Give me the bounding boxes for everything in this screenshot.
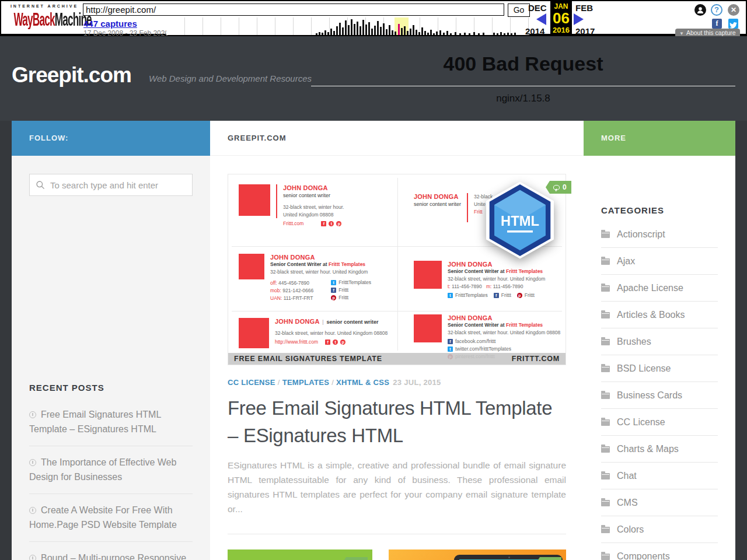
clock-icon [29, 411, 36, 418]
image-divider [232, 311, 562, 312]
pinterest-icon: p [336, 221, 341, 226]
category-item[interactable]: Ajax [601, 248, 718, 275]
category-item[interactable]: Components [601, 543, 718, 560]
internet-archive-label: INTERNET ARCHIVE [7, 4, 82, 8]
profile-icon[interactable] [694, 4, 706, 16]
signature-card: JOHN DONGA Senior Content Writer at Frit… [239, 254, 371, 302]
folder-icon [601, 285, 610, 292]
chevron-down-icon: ▼ [679, 31, 684, 36]
next-month-label[interactable]: FEB [575, 3, 599, 13]
facebook-icon: f [448, 339, 453, 344]
category-link[interactable]: XHTML & CSS [336, 378, 389, 387]
close-toolbar-icon[interactable]: ✕ [728, 4, 739, 16]
recent-posts-heading: RECENT POSTS [29, 383, 193, 393]
comment-count-badge[interactable]: 0 [540, 557, 561, 560]
category-item[interactable]: CC License [601, 409, 718, 436]
category-item[interactable]: Chat [601, 463, 718, 489]
recent-post-link[interactable]: Free Email Signatures HTML Template – ES… [29, 398, 193, 446]
search-input[interactable] [50, 180, 186, 190]
category-item[interactable]: Brushes [601, 328, 718, 355]
next-capture-arrow[interactable] [574, 13, 584, 25]
folder-icon [601, 554, 610, 560]
capture-timeline[interactable] [166, 18, 529, 35]
more-menu[interactable]: MORE [584, 121, 735, 156]
current-capture-box: JAN 06 2016 [550, 1, 572, 35]
post-thumbnail[interactable]: HOME.PAGE FREE PSD TEMPLATE 0 [389, 550, 566, 560]
current-day: 06 [550, 10, 572, 26]
error-server: nginx/1.15.8 [311, 93, 735, 104]
folder-icon [601, 339, 610, 345]
more-posts-row: 0 HOME.PAGE FREE PSD TEMPLATE 0 [228, 550, 566, 560]
image-caption: FREE EMAIL SIGNATURES TEMPLATE FRITTT.CO… [228, 353, 566, 365]
clock-icon [29, 555, 36, 560]
error-block: 400 Bad Request nginx/1.15.8 [311, 36, 735, 121]
category-item[interactable]: Business Cards [601, 382, 718, 409]
category-item[interactable]: Colors [601, 516, 718, 543]
post-title[interactable]: Free Email Signatures HTML Template – ES… [228, 394, 566, 449]
twitter-share-icon[interactable] [728, 19, 738, 29]
featured-post-image[interactable]: JOHN DONGA senior content writer 32-blac… [228, 174, 566, 365]
categories-heading: CATEGORIES [601, 205, 718, 215]
wayback-logo[interactable]: INTERNET ARCHIVE WayBackMachine [7, 4, 82, 23]
pinterest-icon: p [517, 293, 522, 298]
wayback-toolbar: INTERNET ARCHIVE WayBackMachine Go 447 c… [0, 0, 747, 36]
signature-card: JOHN DONGA senior content writer 32-blac… [414, 193, 493, 222]
twitter-icon: t [329, 221, 334, 226]
comment-count-badge[interactable]: 0 [346, 557, 368, 560]
category-item[interactable]: Apache License [601, 275, 718, 302]
twitter-icon: t [448, 346, 453, 352]
prev-year-label[interactable]: 2014 [525, 26, 544, 36]
comment-count-badge[interactable]: 0 [550, 181, 571, 194]
category-link[interactable]: TEMPLATES [282, 378, 329, 387]
pinterest-icon: p [340, 340, 345, 345]
logo-placeholder [239, 184, 270, 216]
folder-icon [601, 473, 610, 480]
logo-placeholder [414, 314, 442, 342]
logo-placeholder [414, 261, 442, 289]
post-thumbnail[interactable]: 0 [228, 550, 372, 560]
folder-icon [601, 258, 610, 265]
twitter-icon: t [448, 293, 453, 298]
folder-icon [601, 527, 610, 533]
image-divider [397, 178, 398, 351]
card-divider [276, 184, 277, 218]
svg-text:HTML: HTML [501, 214, 539, 229]
folder-icon [601, 446, 610, 453]
recent-post-link[interactable]: The Importance of Effective Web Design f… [29, 446, 193, 494]
caption-left: FREE EMAIL SIGNATURES TEMPLATE [234, 355, 382, 363]
facebook-icon: f [325, 340, 330, 345]
wayback-machine-logo: WayBackMachine [14, 9, 75, 30]
clock-icon [29, 459, 36, 466]
recent-post-link[interactable]: Create A Website For Free With Home.Page… [29, 494, 193, 542]
logo-placeholder [239, 254, 264, 279]
category-item[interactable]: Articles & Books [601, 302, 718, 328]
next-year-label[interactable]: 2017 [575, 26, 595, 36]
content-area: RECENT POSTS Free Email Signatures HTML … [12, 156, 735, 560]
html-hexagon-badge: HTML [486, 181, 554, 261]
clock-icon [29, 507, 36, 514]
category-item[interactable]: CMS [601, 489, 718, 516]
right-sidebar: CATEGORIES Actionscript Ajax Apache Lice… [584, 156, 735, 560]
category-item[interactable]: BSD License [601, 355, 718, 382]
logo-placeholder [239, 318, 269, 348]
captures-link[interactable]: 447 captures [83, 19, 137, 29]
breadcrumb[interactable]: GREEPIT.COM [210, 121, 584, 156]
category-item[interactable]: Charts & Maps [601, 436, 718, 463]
go-button[interactable]: Go [508, 4, 530, 17]
recent-post-link[interactable]: Bound – Multi-purpose Responsive [29, 542, 193, 560]
facebook-share-icon[interactable]: f [712, 19, 722, 29]
post-divider [228, 534, 566, 534]
category-item[interactable]: Actionscript [601, 221, 718, 248]
help-icon[interactable]: ? [711, 4, 722, 16]
sidebar-spacer [29, 196, 193, 383]
post-meta: CC LICENSE/TEMPLATES/XHTML & CSS23 JUL, … [228, 378, 566, 387]
previous-capture-arrow[interactable] [536, 13, 546, 25]
pinterest-icon: p [331, 295, 336, 300]
site-title[interactable]: Greepit.com [12, 63, 131, 88]
error-title: 400 Bad Request [311, 52, 735, 75]
category-link[interactable]: CC LICENSE [228, 378, 275, 387]
prev-month-label[interactable]: DEC [528, 3, 551, 13]
wayback-url-input[interactable] [83, 4, 504, 16]
facebook-icon: f [321, 221, 326, 226]
main-column: JOHN DONGA senior content writer 32-blac… [210, 156, 584, 560]
